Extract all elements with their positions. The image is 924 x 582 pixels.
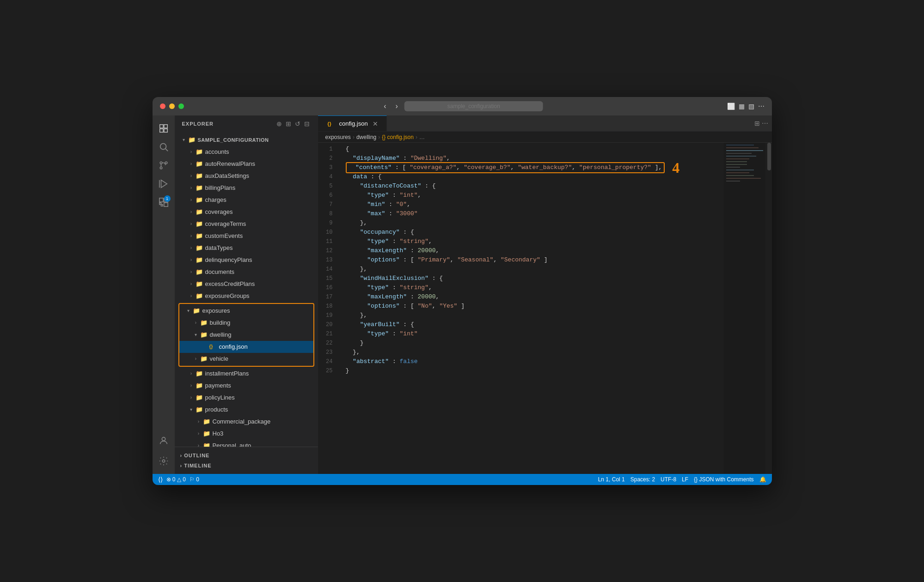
tree-item-payments[interactable]: › 📁 payments [175,380,318,392]
activity-bar-bottom [155,431,172,470]
layout-button[interactable]: ▦ [739,103,745,110]
chevron-right-icon: › [195,417,202,427]
folder-icon: 📁 [195,219,203,229]
tree-root[interactable]: ▾ 📁 SAMPLE_CONFIGURATION [175,134,318,146]
tree-label: Commercial_package [213,417,271,427]
code-line-25: } [346,366,724,376]
chevron-down-icon: ▾ [185,306,192,316]
tree-label: coverageTerms [205,219,246,229]
timeline-section[interactable]: › TIMELINE [180,461,312,470]
account-icon[interactable] [155,432,172,449]
tree-item-vehicle[interactable]: › 📁 vehicle [179,353,313,365]
editor-content[interactable]: 1 2 3 4 5 6 7 8 9 10 11 12 13 14 15 16 1 [318,143,772,474]
tree-item-auxDataSettings[interactable]: › 📁 auxDataSettings [175,170,318,182]
new-file-button[interactable]: ⊕ [275,119,283,128]
breadcrumb-exposures[interactable]: exposures [325,134,351,140]
tree-item-installmentPlans[interactable]: › 📁 installmentPlans [175,368,318,380]
tree-item-charges[interactable]: › 📁 charges [175,194,318,206]
scrollbar-thumb[interactable] [767,143,771,170]
chevron-down-icon: ▾ [192,330,200,340]
tree-item-personal-auto[interactable]: › 📁 Personal_auto [175,440,318,447]
tree-item-excessCreditPlans[interactable]: › 📁 excessCreditPlans [175,278,318,290]
tree-item-coverageTerms[interactable]: › 📁 coverageTerms [175,218,318,230]
tree-item-documents[interactable]: › 📁 documents [175,266,318,278]
forward-button[interactable]: › [393,101,401,111]
tree-item-customEvents[interactable]: › 📁 customEvents [175,230,318,242]
line-num: 21 [318,329,333,339]
cursor-position[interactable]: Ln 1, Col 1 [598,476,625,483]
svg-rect-29 [726,181,740,182]
chevron-right-icon: › [195,441,202,447]
tree-item-autoRenewalPlans[interactable]: › 📁 autoRenewalPlans [175,158,318,170]
search-input[interactable] [404,101,543,111]
more-actions-button[interactable]: ⋯ [762,120,768,127]
maximize-button[interactable] [178,103,184,109]
collapse-all-button[interactable]: ⊟ [303,119,311,128]
tree-item-dwelling[interactable]: ▾ 📁 dwelling [179,329,313,341]
refresh-button[interactable]: ↺ [294,119,301,128]
code-lines[interactable]: { "displayName" : "Dwelling", "contents"… [338,143,724,474]
sidebar-item-run[interactable] [155,176,172,192]
sidebar-toggle-button[interactable]: ⬜ [727,103,735,110]
tree-label: dataTypes [205,243,233,253]
tree-item-ho3[interactable]: › 📁 Ho3 [175,428,318,440]
settings-icon[interactable] [155,453,172,469]
tree-item-policyLines[interactable]: › 📁 policyLines [175,392,318,404]
chevron-right-icon: › [188,243,195,253]
tree-item-billingPlans[interactable]: › 📁 billingPlans [175,182,318,194]
tree-label: exposures [202,306,230,316]
language-indicator[interactable]: {} JSON with Comments [694,476,753,483]
breadcrumb-config-json[interactable]: {} config.json [382,134,414,140]
tree-item-coverages[interactable]: › 📁 coverages [175,206,318,218]
sidebar-item-search[interactable] [155,139,172,155]
tree-item-exposures[interactable]: ▾ 📁 exposures [179,305,313,317]
line-ending-indicator[interactable]: LF [682,476,688,483]
spaces-indicator[interactable]: Spaces: 2 [630,476,655,483]
minimize-button[interactable] [169,103,175,109]
tree-item-commercial-package[interactable]: › 📁 Commercial_package [175,416,318,428]
split-editor-button[interactable]: ⊞ [754,120,760,127]
tree-item-config-json[interactable]: {} config.json [179,341,313,353]
outline-section[interactable]: › OUTLINE [180,451,312,460]
svg-rect-23 [726,164,747,165]
folder-icon: 📁 [195,381,203,391]
tree-item-building[interactable]: › 📁 building [179,317,313,329]
folder-icon: 📁 [195,159,203,169]
sidebar-item-extensions[interactable]: 1 [155,194,172,211]
chevron-down-icon: ▾ [188,405,195,415]
close-button[interactable] [160,103,165,109]
tree-item-accounts[interactable]: › 📁 accounts [175,146,318,158]
tab-area-icons: ⊞ ⋯ [751,115,772,131]
back-button[interactable]: ‹ [381,101,389,111]
breadcrumb-ellipsis[interactable]: … [419,134,425,140]
svg-rect-3 [164,129,167,132]
chevron-right-icon: › [188,219,195,229]
tree-label: installmentPlans [205,369,249,379]
svg-rect-22 [726,161,747,162]
code-line-12: "maxLength" : 20000, [346,246,724,255]
tab-close-button[interactable]: ✕ [372,120,379,127]
tree-item-dataTypes[interactable]: › 📁 dataTypes [175,242,318,254]
code-line-10: "occupancy" : { [346,228,724,237]
source-control-status[interactable]: ⚐ 0 [190,476,199,483]
sidebar-item-source-control[interactable] [155,157,172,174]
tab-config-json[interactable]: {} config.json ✕ [318,115,387,131]
encoding-indicator[interactable]: UTF-8 [661,476,676,483]
folder-icon: 📁 [202,441,211,447]
tree-item-delinquencyPlans[interactable]: › 📁 delinquencyPlans [175,254,318,266]
notifications-bell[interactable]: 🔔 [759,476,766,483]
tree-item-exposureGroups[interactable]: › 📁 exposureGroups [175,290,318,302]
more-button[interactable]: ⋯ [758,103,765,110]
folder-icon: 📁 [195,267,203,277]
errors-warnings[interactable]: ⊗ 0 △ 0 [166,476,186,483]
sidebar-item-explorer[interactable] [155,120,172,137]
tree-item-products[interactable]: ▾ 📁 products [175,404,318,416]
titlebar-center: ‹ › [381,101,543,111]
split-button[interactable]: ▧ [748,103,754,110]
code-line-7: "min" : "0", [346,200,724,209]
breadcrumb-dwelling[interactable]: dwelling [356,134,376,140]
folder-icon: 📁 [200,354,208,364]
editor-scrollbar[interactable] [765,143,772,474]
new-folder-button[interactable]: ⊞ [285,119,292,128]
chevron-right-icon: › [195,429,202,439]
